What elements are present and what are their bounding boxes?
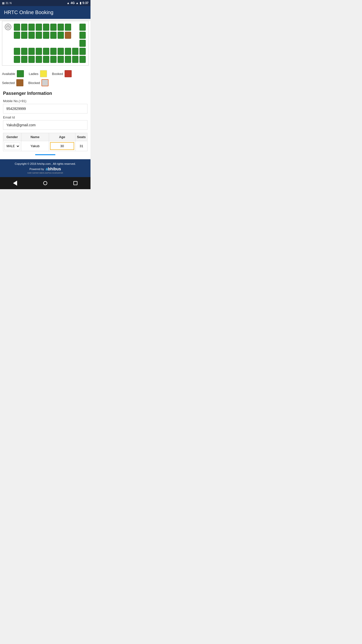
seat[interactable] [36, 32, 42, 39]
seat[interactable] [14, 24, 20, 31]
seat-gap [58, 40, 64, 47]
legend-available: Available [2, 70, 24, 77]
wifi-icon: ▲ [67, 1, 70, 5]
seat[interactable] [43, 24, 49, 31]
name-input[interactable] [22, 143, 48, 149]
seat[interactable] [50, 32, 57, 39]
seat[interactable] [36, 24, 42, 31]
seat[interactable] [65, 48, 71, 55]
status-bar-left: ▦ 31 N [2, 2, 12, 5]
seat[interactable] [21, 56, 27, 63]
seat-grid [14, 24, 86, 63]
legend-ladies: Ladies [29, 70, 47, 77]
seat-gap [21, 40, 27, 47]
recents-icon [73, 181, 77, 185]
seat-gap [72, 24, 78, 31]
seat[interactable] [28, 24, 35, 31]
seat[interactable] [36, 48, 42, 55]
legend-available-box [17, 70, 24, 77]
seat[interactable] [58, 56, 64, 63]
back-button[interactable] [8, 179, 23, 188]
seat[interactable] [65, 56, 71, 63]
seat-row-1 [14, 24, 86, 31]
legend-booked-label: Booked [52, 72, 63, 76]
mobile-label: Mobile No.(+91) [3, 99, 87, 103]
legend-ladies-box [40, 70, 47, 77]
table-row: MALE FEMALE 31 [3, 141, 87, 151]
seats-header: Seats [75, 133, 87, 141]
seat[interactable] [36, 56, 42, 63]
network-type: 4G [71, 1, 75, 5]
app-header: HRTC Online Booking [0, 6, 90, 19]
age-input[interactable] [50, 142, 74, 150]
legend-booked: Booked [52, 70, 72, 77]
seat-selected[interactable] [65, 32, 71, 39]
seat-map-container [2, 21, 88, 66]
seat-row-3 [14, 40, 86, 47]
seat[interactable] [79, 56, 86, 63]
seat[interactable] [72, 56, 78, 63]
seat[interactable] [43, 32, 49, 39]
brand-tagline: HAR SAFAR MEIN AAPKA HUMSAFAR [4, 172, 86, 174]
back-icon [13, 181, 17, 186]
seat[interactable] [14, 32, 20, 39]
seat[interactable] [58, 48, 64, 55]
recents-button[interactable] [68, 179, 83, 188]
seat[interactable] [65, 24, 71, 31]
seat[interactable] [58, 32, 64, 39]
seat-gap [28, 40, 35, 47]
email-input[interactable] [3, 120, 87, 130]
seat[interactable] [28, 56, 35, 63]
seat[interactable] [58, 24, 64, 31]
legend-selected-box [16, 79, 23, 86]
seat[interactable] [28, 48, 35, 55]
seat[interactable] [21, 32, 27, 39]
gender-header: Gender [3, 133, 21, 141]
seat[interactable] [79, 48, 86, 55]
gender-cell[interactable]: MALE FEMALE [3, 141, 21, 151]
seat[interactable] [21, 24, 27, 31]
seat[interactable] [50, 48, 57, 55]
gender-select[interactable]: MALE FEMALE [4, 142, 20, 150]
seat[interactable] [50, 24, 57, 31]
footer-powered: Powered by abhibus [4, 167, 86, 171]
legend-available-label: Available [2, 72, 15, 76]
seat[interactable] [79, 32, 86, 39]
seat[interactable] [14, 56, 20, 63]
email-label: Email Id [3, 115, 87, 119]
seat-row-2 [14, 32, 86, 39]
seat[interactable] [72, 48, 78, 55]
calendar-icon: 31 [6, 2, 9, 5]
legend-selected: Selected [2, 79, 23, 86]
footer: Copyright © 2016 hrtchp.com , All rights… [0, 159, 90, 177]
main-content: Available Ladies Booked Selected Blocked… [0, 21, 90, 177]
mobile-input[interactable] [3, 104, 87, 113]
legend-container: Available Ladies Booked Selected Blocked [0, 68, 90, 89]
name-header: Name [21, 133, 49, 141]
seat[interactable] [21, 48, 27, 55]
seat[interactable] [14, 48, 20, 55]
seat[interactable] [79, 24, 86, 31]
seat[interactable] [50, 56, 57, 63]
abhibus-logo: abhibus [46, 167, 61, 171]
seat[interactable] [43, 56, 49, 63]
seat[interactable] [79, 40, 86, 47]
name-cell[interactable] [21, 141, 49, 151]
legend-booked-box [65, 70, 72, 77]
home-button[interactable] [38, 179, 53, 188]
legend-blocked-label: Blocked [28, 81, 40, 85]
seat[interactable] [43, 48, 49, 55]
time-display: 5:37 [82, 1, 88, 5]
passenger-info-section: Passenger Information Mobile No.(+91) Em… [0, 89, 90, 153]
seats-value: 31 [76, 143, 86, 149]
footer-copyright: Copyright © 2016 hrtchp.com , All rights… [4, 162, 86, 165]
brand-name: abhibus [46, 167, 61, 171]
legend-blocked-box [41, 79, 49, 86]
seat-gap [43, 40, 49, 47]
seat[interactable] [28, 32, 35, 39]
status-bar-right: ▲ 4G ▲ ▮ 5:37 [67, 1, 88, 5]
passenger-table: Gender Name Age Seats MALE FEMALE [3, 133, 87, 151]
age-cell[interactable] [49, 141, 75, 151]
seat-gap [36, 40, 42, 47]
passenger-title: Passenger Information [3, 91, 87, 96]
